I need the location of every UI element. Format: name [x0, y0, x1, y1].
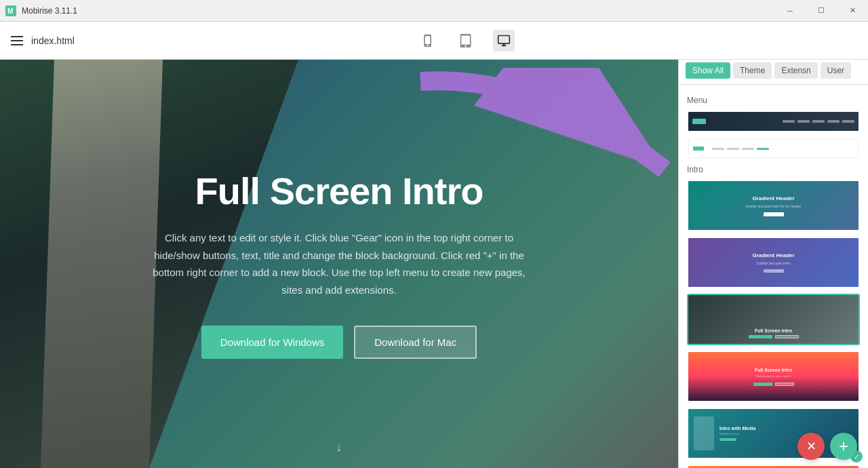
block-thumb-intro-media-orange[interactable]: Intro with Media Description text here — [687, 465, 860, 468]
block-thumb-intro-building[interactable]: Full Screen Intro — [687, 294, 860, 345]
tablet-view-button[interactable] — [455, 30, 477, 52]
block-thumb-menu-light[interactable] — [687, 138, 860, 159]
right-panel: Blocks Show All ▾ Show All Theme Extensn… — [678, 22, 868, 468]
title-bar: M Mobirise 3.11.1 ─ ☐ ✕ — [0, 0, 868, 22]
intro-purple-preview: Gradient Header Subtitle text goes here — [688, 238, 859, 287]
menu-button[interactable] — [11, 36, 23, 45]
panel-add-button[interactable]: + — [830, 433, 857, 460]
menu-light-preview — [688, 139, 859, 158]
download-mac-button[interactable]: Download for Mac — [354, 326, 477, 359]
app-icon: M — [5, 5, 16, 16]
tab-show-all[interactable]: Show All — [686, 62, 730, 79]
thumb-menu-items — [783, 120, 854, 123]
scroll-indicator: ↓ — [336, 440, 342, 454]
panel-close-button[interactable]: ✕ — [797, 433, 825, 460]
desktop-view-button[interactable] — [493, 30, 515, 52]
tab-user[interactable]: User — [821, 62, 851, 79]
window-controls: ─ ☐ ✕ — [774, 0, 868, 22]
close-button[interactable]: ✕ — [837, 0, 868, 22]
intro-building-preview: Full Screen Intro — [688, 295, 859, 344]
section-label-intro: Intro — [687, 165, 860, 174]
block-thumb-menu-dark[interactable] — [687, 111, 860, 132]
device-switcher — [417, 30, 515, 52]
hero-buttons: Download for Windows Download for Mac — [149, 326, 529, 359]
thumb-logo-light — [693, 147, 704, 151]
svg-text:M: M — [7, 7, 13, 15]
block-thumb-intro-purple[interactable]: Gradient Header Subtitle text goes here — [687, 237, 860, 288]
hero-section: Full Screen Intro Click any text to edit… — [0, 60, 678, 468]
block-thumb-intro-sunset[interactable]: Full Screen Intro Click any text to edit… — [687, 351, 860, 402]
panel-scroll-area[interactable]: Menu — [679, 85, 868, 468]
intro-sunset-preview: Full Screen Intro Click any text to edit… — [688, 352, 859, 401]
tab-theme[interactable]: Theme — [733, 62, 772, 79]
toolbar: index.html — [0, 22, 868, 60]
filename-label: index.html — [31, 35, 75, 46]
panel-tabs: Show All Theme Extensn User — [679, 57, 868, 85]
tab-extensn[interactable]: Extensn — [774, 62, 817, 79]
menu-dark-preview — [688, 112, 859, 131]
download-windows-button[interactable]: Download for Windows — [201, 326, 343, 359]
hero-content: Full Screen Intro Click any text to edit… — [122, 169, 556, 359]
section-label-menu: Menu — [687, 96, 860, 105]
mobile-view-button[interactable] — [417, 30, 439, 52]
block-thumb-intro-teal[interactable]: Gradient Header Subtitle text goes here … — [687, 180, 860, 231]
intro-teal-preview: Gradient Header Subtitle text goes here … — [688, 181, 859, 230]
maximize-button[interactable]: ☐ — [806, 0, 837, 22]
app-title: Mobirise 3.11.1 — [22, 6, 77, 16]
thumb-logo — [692, 119, 706, 124]
hero-description[interactable]: Click any text to edit or style it. Clic… — [149, 229, 529, 298]
canvas-area: Full Screen Intro Click any text to edit… — [0, 60, 678, 468]
minimize-button[interactable]: ─ — [774, 0, 806, 22]
hero-title[interactable]: Full Screen Intro — [149, 169, 529, 213]
